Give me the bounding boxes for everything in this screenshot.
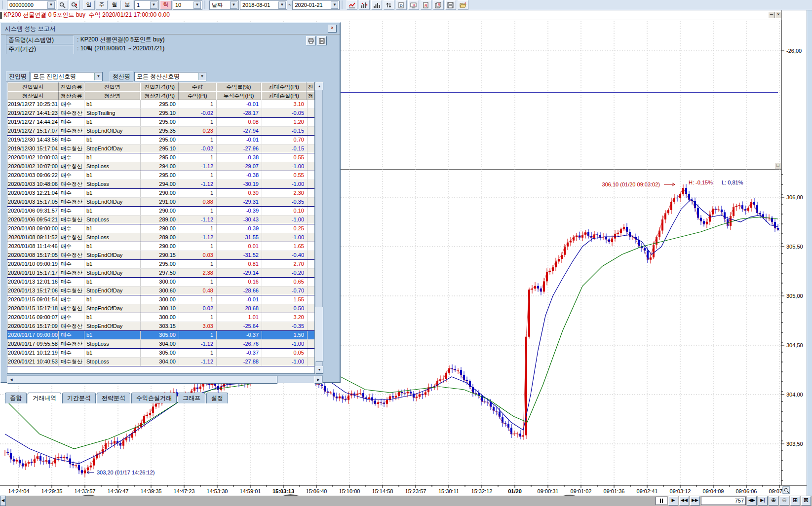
search-button[interactable] bbox=[57, 0, 68, 10]
table-row[interactable]: 2019/12/27 14:41:23매수청산StopTrailing295.1… bbox=[7, 109, 314, 118]
table-row[interactable]: 2020/01/03 10:48:06매수청산StopLoss294.00-1.… bbox=[7, 180, 314, 189]
table-row[interactable]: 2019/12/27 14:44:24매수b1295.0010.081.20 bbox=[7, 118, 314, 127]
table-row[interactable]: 2020/01/21 10:12:19매수b1305.001-0.370.05 bbox=[7, 349, 314, 358]
time-axis-zoom-button[interactable] bbox=[783, 487, 790, 494]
entry-signal-combo[interactable]: 모든 진입신호명 ▼ bbox=[31, 72, 103, 81]
search-red-arrow-button[interactable] bbox=[69, 0, 80, 10]
column-header[interactable]: 청산가격(Pt) bbox=[140, 91, 179, 100]
tab-수익손실거래[interactable]: 수익손실거래 bbox=[131, 393, 177, 403]
document-d-button[interactable]: D bbox=[396, 0, 407, 10]
table-row[interactable]: 2020/01/08 15:17:05매수청산StopEndOfDay290.1… bbox=[7, 251, 314, 260]
column-header[interactable]: 수익률(%) bbox=[216, 82, 262, 91]
table-horizontal-scrollbar[interactable]: ◀ ▶ bbox=[7, 375, 323, 383]
pane-grip-icon[interactable] bbox=[0, 12, 2, 19]
table-row[interactable]: 2020/01/03 12:21:04매수b1290.0010.302.30 bbox=[7, 189, 314, 198]
vscroll-thumb[interactable] bbox=[315, 307, 323, 362]
symbol-combo[interactable]: 00000000 ▼ bbox=[7, 0, 56, 10]
table-row[interactable]: 2020/01/16 15:17:09매수청산StopEndOfDay303.1… bbox=[7, 322, 314, 331]
column-header[interactable]: 최대손실(Pt) bbox=[261, 91, 307, 100]
zoom-out-icon[interactable]: ⊖ bbox=[779, 496, 789, 506]
table-row[interactable]: 2020/01/08 09:11:52매수청산StopLoss289.00-1.… bbox=[7, 233, 314, 242]
trades-table[interactable]: 진입일시진입종류진입명진입가격(Pt)수량수익률(%)최대수익(Pt)진청산일시… bbox=[7, 82, 315, 374]
pane-close-button[interactable]: × bbox=[775, 12, 782, 18]
scroll-up-icon[interactable]: ▲ bbox=[315, 82, 323, 90]
step-back-button[interactable]: ◀◀ bbox=[679, 496, 689, 506]
close-chart-icon[interactable]: ⊠ bbox=[801, 496, 811, 506]
table-row[interactable]: 2020/01/06 09:54:21매수청산StopLoss289.00-1.… bbox=[7, 216, 314, 224]
table-row[interactable]: 2019/12/30 15:17:04매수청산StopEndOfDay295.1… bbox=[7, 145, 314, 153]
bars-button[interactable] bbox=[371, 0, 382, 10]
grid-toggle-icon[interactable]: ⊞ bbox=[790, 496, 800, 506]
column-header[interactable]: 진입명 bbox=[84, 82, 141, 91]
bars-signal-button[interactable] bbox=[359, 0, 370, 10]
table-row[interactable]: 2020/01/13 15:17:06매수청산StopEndOfDay300.6… bbox=[7, 287, 314, 295]
table-row[interactable]: 2020/01/21 10:40:53매수청산StopLoss304.00-1.… bbox=[7, 358, 314, 366]
scroll-down-icon[interactable]: ▼ bbox=[315, 366, 323, 374]
bar-count-field[interactable]: 757 bbox=[701, 497, 746, 505]
table-row[interactable]: 2020/01/02 10:07:00매수청산StopLoss294.00-1.… bbox=[7, 162, 314, 171]
save-report-button[interactable] bbox=[317, 36, 327, 45]
table-row[interactable]: 2020/01/17 09:55:58매수청산StopLoss304.00-1.… bbox=[7, 340, 314, 349]
table-row[interactable]: 2020/01/08 11:14:46매수b1290.0010.011.65 bbox=[7, 242, 314, 251]
tab-종합[interactable]: 종합 bbox=[5, 393, 27, 403]
table-row[interactable]: 2020/01/03 09:06:22매수b1295.001-0.380.55 bbox=[7, 171, 314, 180]
tab-기간분석[interactable]: 기간분석 bbox=[62, 393, 96, 403]
table-row[interactable]: 2020/01/10 09:00:19매수b1295.0010.812.70 bbox=[7, 260, 314, 269]
scroll-right-icon[interactable]: ▶ bbox=[314, 376, 322, 384]
save-button[interactable] bbox=[445, 0, 456, 10]
table-row[interactable]: 2020/01/10 15:17:17매수청산StopEndOfDay297.5… bbox=[7, 269, 314, 278]
tab-거래내역[interactable]: 거래내역 bbox=[28, 393, 61, 403]
right-scroll-strip[interactable] bbox=[807, 10, 812, 496]
period-button-일[interactable]: 일 bbox=[83, 0, 95, 10]
scroll-left-icon[interactable]: ◀ bbox=[7, 376, 15, 384]
column-header[interactable]: 진입일시 bbox=[7, 82, 59, 91]
period-button-분[interactable]: 분 bbox=[121, 0, 133, 10]
column-header[interactable]: 진입가격(Pt) bbox=[140, 82, 179, 91]
dialog-close-button[interactable]: × bbox=[328, 25, 337, 33]
table-row[interactable]: 2020/01/02 10:00:03매수b1295.001-0.380.55 bbox=[7, 153, 314, 162]
column-header[interactable]: 청산종류 bbox=[59, 91, 84, 100]
toolbar-grip[interactable] bbox=[2, 0, 5, 9]
table-vertical-scrollbar[interactable]: ▲ ▼ bbox=[315, 82, 323, 374]
hscroll-thumb[interactable] bbox=[15, 376, 277, 384]
column-header[interactable]: 수량 bbox=[179, 82, 216, 91]
column-header[interactable]: 진 bbox=[307, 82, 314, 91]
exit-signal-combo[interactable]: 모든 청산신호명 ▼ bbox=[134, 72, 206, 81]
table-row[interactable]: 2020/01/16 09:00:07매수b1300.0011.013.20 bbox=[7, 313, 314, 322]
table-row[interactable]: 2020/01/15 15:17:18매수청산StopEndOfDay300.1… bbox=[7, 304, 314, 313]
sort-arrows-button[interactable] bbox=[384, 0, 394, 10]
pause-button[interactable] bbox=[656, 497, 667, 505]
step-forward-button[interactable]: ▶▶ bbox=[690, 496, 700, 506]
pane-restore-button[interactable]: □ bbox=[774, 163, 781, 169]
print-button[interactable] bbox=[306, 36, 316, 45]
table-row[interactable]: 2020/01/06 09:31:57매수b1290.001-0.390.10 bbox=[7, 207, 314, 216]
tick-count-combo[interactable]: 10 ▼ bbox=[173, 0, 202, 10]
table-row[interactable]: 2020/01/17 09:00:00매수b1305.001-0.371.50 bbox=[7, 331, 314, 340]
column-header[interactable]: 누적수익(Pt) bbox=[216, 91, 262, 100]
date-from-combo[interactable]: 2018-08-01 ▼ bbox=[240, 0, 287, 10]
column-header[interactable]: 수익(Pt) bbox=[179, 91, 216, 100]
table-row[interactable]: 2019/12/30 14:43:56매수b1295.001-0.010.70 bbox=[7, 136, 314, 145]
tab-설정[interactable]: 설정 bbox=[206, 393, 228, 403]
column-header[interactable]: 최대수익(Pt) bbox=[261, 82, 307, 91]
pane-minimize-button[interactable]: ─ bbox=[768, 12, 775, 18]
pages-r-button[interactable]: R bbox=[433, 0, 444, 10]
go-to-end-button[interactable]: ▶| bbox=[758, 496, 768, 506]
monitor-r-button[interactable]: R bbox=[408, 0, 419, 10]
column-header[interactable]: 청산명 bbox=[84, 91, 141, 100]
minute-combo[interactable]: 1 ▼ bbox=[134, 0, 159, 10]
column-header[interactable]: 청 bbox=[307, 91, 314, 100]
play-button[interactable]: ▶ bbox=[668, 496, 678, 506]
period-button-주[interactable]: 주 bbox=[96, 0, 108, 10]
table-row[interactable]: 2020/01/13 12:01:16매수b1300.0010.160.65 bbox=[7, 278, 314, 287]
tab-그래프[interactable]: 그래프 bbox=[178, 393, 205, 403]
zoom-in-icon[interactable]: ⊕ bbox=[769, 496, 778, 506]
table-row[interactable]: 2020/01/03 15:17:05매수청산StopEndOfDay291.0… bbox=[7, 198, 314, 207]
column-header[interactable]: 청산일시 bbox=[7, 91, 59, 100]
tick-button[interactable]: 틱 bbox=[160, 0, 172, 10]
table-row[interactable]: 2020/01/15 09:01:54매수b1300.001-0.011.55 bbox=[7, 295, 314, 304]
tab-전략분석[interactable]: 전략분석 bbox=[97, 393, 130, 403]
date-to-combo[interactable]: 2020-01-21 ▼ bbox=[292, 0, 340, 10]
period-button-월[interactable]: 월 bbox=[109, 0, 120, 10]
line-check-button[interactable] bbox=[347, 0, 357, 10]
